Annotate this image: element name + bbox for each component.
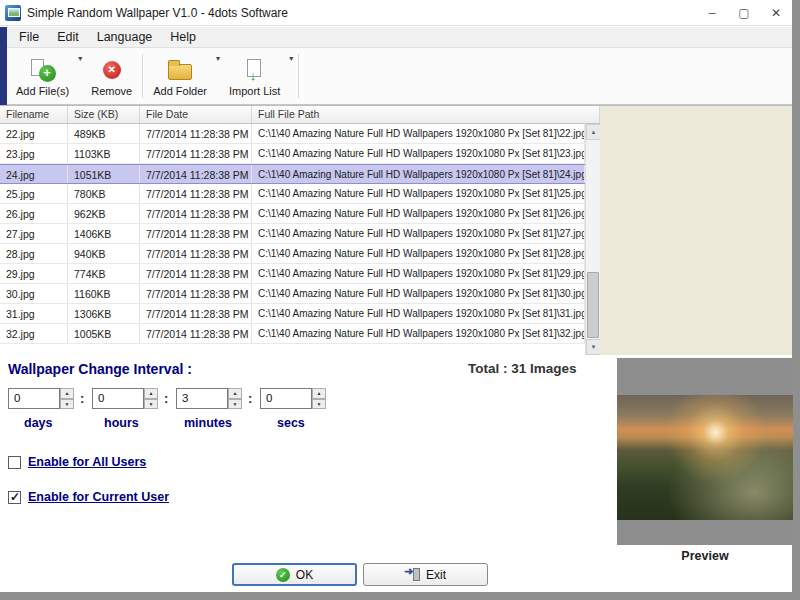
header-size[interactable]: Size (KB) (68, 106, 140, 123)
header-filename[interactable]: Filename (0, 106, 68, 123)
cell-date: 7/7/2014 11:28:38 PM (140, 165, 252, 183)
interval-title: Wallpaper Change Interval : (8, 361, 192, 377)
cell-path: C:\1\40 Amazing Nature Full HD Wallpaper… (252, 304, 585, 323)
hours-value[interactable]: 0 (92, 388, 144, 409)
scrollbar-thumb[interactable] (587, 272, 599, 338)
cell-size: 1406KB (68, 224, 140, 243)
days-stepper[interactable]: 0 ▲▼ (8, 388, 74, 409)
ok-check-icon: ✓ (276, 568, 290, 582)
cell-date: 7/7/2014 11:28:38 PM (140, 324, 252, 343)
cell-date: 7/7/2014 11:28:38 PM (140, 224, 252, 243)
toolbar: + Add File(s) ▾ ✕ Remove Add Folder ▾ ↓ … (7, 48, 792, 105)
title-bar[interactable]: Simple Random Wallpaper V1.0 - 4dots Sof… (0, 0, 792, 26)
minutes-label: minutes (184, 416, 232, 430)
cell-size: 1051KB (68, 165, 140, 183)
table-row[interactable]: 26.jpg962KB7/7/2014 11:28:38 PMC:\1\40 A… (0, 204, 585, 224)
maximize-button[interactable]: ▢ (728, 0, 760, 25)
preview-label: Preview (617, 549, 793, 563)
table-row[interactable]: 29.jpg774KB7/7/2014 11:28:38 PMC:\1\40 A… (0, 264, 585, 284)
secs-down-icon[interactable]: ▼ (312, 399, 326, 410)
checkbox-box-icon[interactable] (8, 456, 21, 469)
menu-edit[interactable]: Edit (48, 28, 88, 46)
remove-icon: ✕ (103, 57, 121, 83)
table-row[interactable]: 23.jpg1103KB7/7/2014 11:28:38 PMC:\1\40 … (0, 144, 585, 164)
days-label: days (24, 416, 53, 430)
cell-path: C:\1\40 Amazing Nature Full HD Wallpaper… (252, 184, 585, 203)
cell-size: 1005KB (68, 324, 140, 343)
hours-stepper[interactable]: 0 ▲▼ (92, 388, 158, 409)
checkbox-box-icon[interactable] (8, 491, 21, 504)
remove-button[interactable]: ✕ Remove (84, 48, 139, 104)
cell-date: 7/7/2014 11:28:38 PM (140, 264, 252, 283)
bottom-panel: Wallpaper Change Interval : Total : 31 I… (0, 355, 792, 592)
hours-up-icon[interactable]: ▲ (144, 388, 158, 399)
scroll-up-icon[interactable]: ▲ (586, 124, 601, 140)
hours-down-icon[interactable]: ▼ (144, 399, 158, 410)
days-up-icon[interactable]: ▲ (60, 388, 74, 399)
table-row[interactable]: 25.jpg780KB7/7/2014 11:28:38 PMC:\1\40 A… (0, 184, 585, 204)
add-folder-dropdown-icon[interactable]: ▾ (214, 54, 222, 63)
close-button[interactable]: ✕ (760, 0, 792, 25)
import-list-dropdown-icon[interactable]: ▾ (287, 54, 295, 63)
minutes-up-icon[interactable]: ▲ (228, 388, 242, 399)
cell-size: 1103KB (68, 144, 140, 163)
table-row[interactable]: 32.jpg1005KB7/7/2014 11:28:38 PMC:\1\40 … (0, 324, 585, 344)
table-row[interactable]: 28.jpg940KB7/7/2014 11:28:38 PMC:\1\40 A… (0, 244, 585, 264)
colon-separator: : (248, 391, 252, 406)
header-file-date[interactable]: File Date (140, 106, 252, 123)
cell-date: 7/7/2014 11:28:38 PM (140, 124, 252, 143)
cell-size: 1160KB (68, 284, 140, 303)
cell-filename: 23.jpg (0, 144, 68, 163)
colon-separator: : (80, 391, 84, 406)
days-value[interactable]: 0 (8, 388, 60, 409)
add-folder-label: Add Folder (153, 85, 207, 97)
import-list-button[interactable]: ↓ Import List (222, 48, 287, 104)
enable-current-user-checkbox[interactable]: Enable for Current User (8, 490, 169, 504)
enable-all-users-checkbox[interactable]: Enable for All Users (8, 455, 146, 469)
cell-date: 7/7/2014 11:28:38 PM (140, 284, 252, 303)
minimize-button[interactable]: – (696, 0, 728, 25)
minutes-down-icon[interactable]: ▼ (228, 399, 242, 410)
minutes-stepper[interactable]: 3 ▲▼ (176, 388, 242, 409)
cell-path: C:\1\40 Amazing Nature Full HD Wallpaper… (252, 324, 585, 343)
table-row[interactable]: 31.jpg1306KB7/7/2014 11:28:38 PMC:\1\40 … (0, 304, 585, 324)
file-table-header: Filename Size (KB) File Date Full File P… (0, 106, 600, 124)
menu-language[interactable]: Language (88, 28, 162, 46)
menu-file[interactable]: File (10, 28, 48, 46)
add-folder-button[interactable]: Add Folder (146, 48, 214, 104)
scroll-down-icon[interactable]: ▼ (586, 339, 601, 355)
cell-filename: 32.jpg (0, 324, 68, 343)
toolbar-separator (298, 54, 299, 98)
add-files-dropdown-icon[interactable]: ▾ (76, 54, 84, 63)
cell-filename: 26.jpg (0, 204, 68, 223)
exit-button[interactable]: ➜ Exit (363, 563, 488, 586)
menu-help[interactable]: Help (161, 28, 205, 46)
cell-date: 7/7/2014 11:28:38 PM (140, 204, 252, 223)
cell-path: C:\1\40 Amazing Nature Full HD Wallpaper… (252, 244, 585, 263)
table-row[interactable]: 22.jpg489KB7/7/2014 11:28:38 PMC:\1\40 A… (0, 124, 585, 144)
secs-stepper[interactable]: 0 ▲▼ (260, 388, 326, 409)
header-full-path[interactable]: Full File Path (252, 106, 600, 123)
import-list-label: Import List (229, 85, 280, 97)
days-down-icon[interactable]: ▼ (60, 399, 74, 410)
table-row[interactable]: 27.jpg1406KB7/7/2014 11:28:38 PMC:\1\40 … (0, 224, 585, 244)
ok-button[interactable]: ✓ OK (232, 563, 357, 586)
vertical-scrollbar[interactable]: ▲ ▼ (585, 124, 600, 355)
cell-size: 489KB (68, 124, 140, 143)
add-folder-icon (168, 57, 192, 83)
left-accent-strip (0, 27, 7, 105)
secs-up-icon[interactable]: ▲ (312, 388, 326, 399)
add-files-button[interactable]: + Add File(s) (9, 48, 76, 104)
secs-value[interactable]: 0 (260, 388, 312, 409)
minutes-value[interactable]: 3 (176, 388, 228, 409)
colon-separator: : (164, 391, 168, 406)
cell-path: C:\1\40 Amazing Nature Full HD Wallpaper… (252, 165, 585, 183)
table-row[interactable]: 30.jpg1160KB7/7/2014 11:28:38 PMC:\1\40 … (0, 284, 585, 304)
total-images-label: Total : 31 Images (468, 361, 577, 376)
menu-bar: File Edit Language Help (0, 27, 792, 48)
cell-filename: 24.jpg (0, 165, 68, 183)
table-row[interactable]: 24.jpg1051KB7/7/2014 11:28:38 PMC:\1\40 … (0, 164, 585, 184)
cell-filename: 29.jpg (0, 264, 68, 283)
side-panel (600, 105, 792, 355)
cell-filename: 28.jpg (0, 244, 68, 263)
